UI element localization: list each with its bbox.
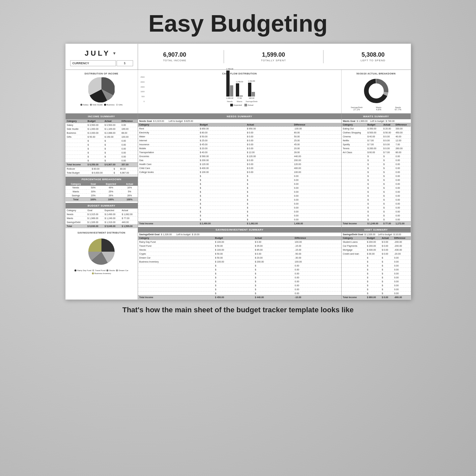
needs-goal-label: Needs Goal — [139, 120, 152, 122]
bar-needs-actual — [230, 85, 233, 97]
table-row: Insurance$ 45.00$ 0.0045.00 — [138, 143, 341, 147]
cashflow-bars: 2,490.00 1,082.00 Needs 1,249.00 — [145, 76, 339, 102]
table-row: $$0.00 — [138, 206, 341, 210]
income-summary-header: INCOME SUMMARY — [66, 114, 138, 119]
table-row: Travel Fund$ 50.00$ 35.00-15.00 — [138, 244, 341, 248]
needs-col-category: Category — [138, 123, 199, 127]
cashflow-chart-wrapper: 25002000150010005000 2,490.00 1,082.00 — [141, 76, 339, 106]
wants-goal-value: $ 1,989.00 — [357, 120, 368, 122]
income-pie-legend: Salary Side Hustle Business Gifts — [80, 104, 123, 106]
savings-left-value: $ 16.00 — [192, 233, 199, 236]
bar-wants-bars — [236, 83, 243, 97]
table-row: Mortgage$ 430.00$ 0.00-430.00 — [342, 248, 411, 252]
needs-total-row: Total Income$ 2,490.00$ 1,082.001,408.00 — [138, 222, 341, 226]
bar-needs-exp-label: 2,490.00 — [226, 68, 233, 70]
cashflow-y-axis: 25002000150010005000 — [141, 76, 145, 102]
wants-left-value: $ 740.00 — [386, 120, 395, 122]
debt-summary-header: DEBT SUMMARY — [342, 227, 411, 233]
table-row: $$0.00 — [66, 159, 138, 163]
table-row: $$0.00 — [342, 154, 411, 158]
wants-summary-section: WANTS SUMMARY Wants Goal $ 1,989.00 Left… — [342, 114, 411, 226]
bar-wants-actual — [239, 96, 243, 97]
table-row: $$0.00 — [342, 280, 411, 284]
bar-savings-expected — [248, 83, 251, 97]
savings-goal-label: Savings/Debt Goal — [139, 233, 160, 236]
debt-goal-label: Savings/Debt Goal — [343, 233, 363, 236]
donut-container: Savings/Debt 27.1% Wants 4.8% Needs 67.7… — [344, 76, 408, 111]
table-row: Business$ 2,000.00$ 2,088.0088.00 — [66, 131, 138, 135]
charts-row: DISTRIBUTION OF INCOME Salary Side Hustl… — [66, 70, 411, 114]
month-dropdown-arrow[interactable]: ▼ — [112, 51, 118, 56]
income-col-budget: Budget — [86, 119, 103, 123]
stat-divider-2 — [323, 50, 323, 63]
month-section: JULY ▼ CURRENCY $ — [66, 44, 138, 70]
savings-pie-chart — [85, 235, 118, 268]
legend-salary: Salary — [80, 104, 89, 106]
pct-breakdown-section: PERCENTAGE BREAKDOWN Category Goal Expec… — [66, 177, 138, 202]
legend-actual: Actual — [244, 104, 253, 106]
table-row: $$0.00 — [342, 158, 411, 162]
savings-left-label: Left to budget — [176, 233, 190, 236]
needs-goal-row: Needs Goal $ 3,315.00 Left to budget $ 8… — [138, 119, 341, 123]
table-row: Netflix$ 7.00$ 0.0012.00 — [342, 139, 411, 143]
bar-savings-actual — [252, 92, 255, 97]
table-row: $$0.00 — [342, 178, 411, 182]
debt-total-row: Total Income$ 860.00$ 0.00-860.00 — [342, 295, 411, 299]
legend-gifts: Gifts — [116, 104, 123, 106]
cashflow-chart-section: CASH FLOW DISTRIBUTION 25002000150010005… — [138, 70, 342, 113]
savings-inv-table: Category Budget Actual Difference Rainy … — [138, 236, 341, 299]
table-row: Wants30%25%5% — [66, 190, 138, 194]
table-row: $$0.00 — [66, 155, 138, 159]
table-row: $$0.00 — [342, 218, 411, 222]
wants-summary-table: Category Budget Actual Difference Eating… — [342, 123, 411, 226]
table-row: Electricity$ 80.00$ 0.0080.00 — [138, 131, 341, 135]
pct-breakdown-header: PERCENTAGE BREAKDOWN — [66, 177, 138, 182]
table-row: Groceries$ 560.00$ 120.00440.00 — [138, 154, 341, 158]
bar-needs-act-label: 1,082.00 — [226, 97, 233, 99]
rollover-section: Rollover$ 80.00$80.00 Total Budget$ 6,63… — [66, 167, 138, 175]
table-row: $$0.00 — [342, 272, 411, 276]
table-row: $$0.00 — [138, 186, 341, 190]
table-row: Rainy Day Fund$ 100.00$ 0.00100.00 — [138, 240, 341, 244]
bar-wants-exp-label: 1,249.00 — [236, 81, 243, 83]
debt-goal-row: Savings/Debt Goal $ 1,326.00 Left to bud… — [342, 233, 411, 236]
table-row: Dream Car$ 50.00$ 20.00-30.00 — [138, 256, 341, 260]
table-row: Wants$ 1,989.00$ 1,249.00$ 77.00 — [66, 216, 138, 220]
sav-col-actual: Actual — [254, 236, 294, 240]
month-title: JULY ▼ — [85, 49, 118, 58]
needs-col-budget: Budget — [199, 123, 246, 127]
budget-summary-section: BUDGET SUMMARY Category Goal Expected Ac… — [66, 203, 138, 228]
needs-left-label: Left to budget — [169, 120, 183, 122]
wants-col-category: Category — [342, 123, 366, 127]
budget-col-expected: Expected — [103, 209, 120, 212]
table-row: $$0.00 — [342, 162, 411, 166]
savings-pie-section: SAVINGS/INVESTMENT DISTRIBUTION Rainy Da… — [66, 228, 138, 276]
rollover-row: Rollover$ 80.00$80.00 — [66, 167, 138, 171]
table-row: Savings/Debt$ 1,326.00$ 1,319.00440.00 — [66, 220, 138, 224]
savings-chart-title: SAVINGS/INVESTMENT DISTRIBUTION — [77, 232, 125, 234]
table-row: $$0.00 — [138, 202, 341, 206]
table-row: $$0.00 — [138, 218, 341, 222]
debt-col-budget: Budget — [366, 236, 380, 240]
table-row: $$0.00 — [342, 284, 411, 288]
left-to-spend-stat: 5,308.00 LEFT TO SPEND — [361, 51, 385, 62]
budget-col-category: Category — [66, 209, 86, 212]
savings-inv-header: SAVINGS/INVESTMENT SUMMARY — [138, 227, 341, 233]
total-income-stat: 6,907.00 TOTAL INCOME — [163, 51, 186, 62]
pct-col-goal: Goal — [86, 182, 100, 186]
bar-group-savings: 1,310.80 440.00 Savings/Debt — [246, 80, 258, 102]
stats-section: 6,907.00 TOTAL INCOME 1,599.00 TOTALLY S… — [138, 44, 411, 70]
table-row: $$0.00 — [138, 178, 341, 182]
table-row: Stocks$ 100.00$ 85.00-15.00 — [138, 248, 341, 252]
needs-summary-table: Category Budget Actual Difference Rent$ … — [138, 123, 341, 226]
savings-total-row: Total Income$ 450.00$ 440.00-10.00 — [138, 295, 341, 299]
table-row: Transportation$ 40.00$ 12.0028.00 — [138, 151, 341, 154]
table-row: Spotify$ 7.00$ 0.007.00 — [342, 143, 411, 147]
pct-breakdown-table: Category Goal Expected Actual Needs50%49… — [66, 182, 138, 202]
table-row: $$0.00 — [342, 268, 411, 272]
table-row: $$0.00 — [138, 214, 341, 218]
table-row: Gas$ 200.00$ 0.00200.00 — [138, 158, 341, 162]
stat-divider-1 — [224, 50, 224, 63]
bar-group-needs: 2,490.00 1,082.00 Needs — [226, 68, 233, 102]
bar-wants-group-label: Wants — [237, 100, 242, 102]
